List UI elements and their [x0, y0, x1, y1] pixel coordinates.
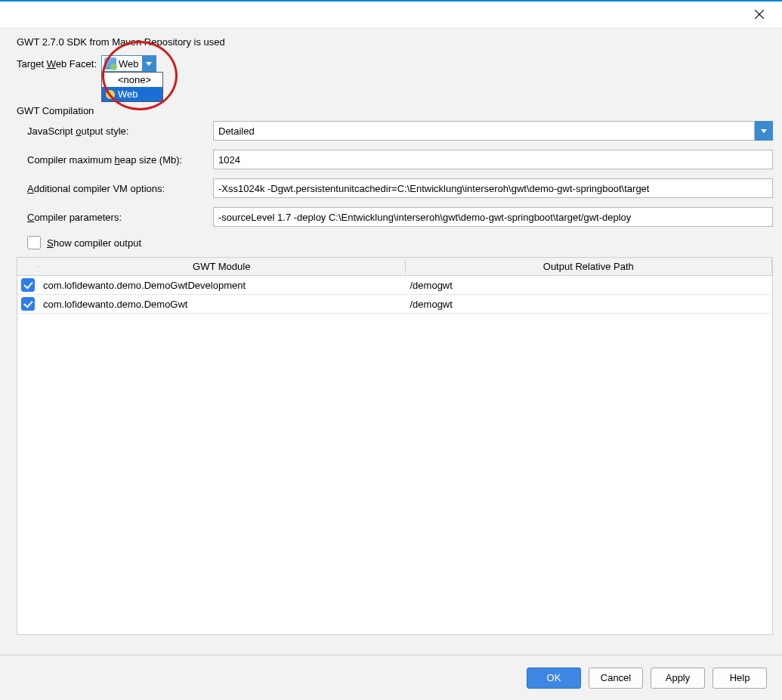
show-compiler-output-label: Show compiler output	[47, 237, 141, 249]
table-row[interactable]: com.lofidewanto.demo.DemoGwt /demogwt	[17, 295, 772, 314]
row-path: /demogwt	[406, 299, 773, 310]
show-compiler-output-row: Show compiler output	[17, 231, 773, 257]
compiler-params-input[interactable]	[213, 207, 773, 227]
target-facet-value: Web	[119, 58, 142, 70]
table-header-check	[17, 265, 39, 268]
svg-marker-2	[146, 62, 152, 66]
js-output-style-label: JavaScript output style:	[17, 125, 213, 137]
close-button[interactable]	[744, 3, 774, 26]
titlebar	[0, 2, 782, 27]
button-bar: OK Cancel Apply Help	[0, 655, 782, 700]
target-facet-dropdown: <none> Web	[101, 72, 163, 102]
dropdown-option-web[interactable]: Web	[102, 87, 162, 101]
row-checkbox[interactable]	[21, 297, 35, 311]
cancel-button[interactable]: Cancel	[589, 667, 643, 689]
close-icon	[755, 10, 764, 19]
svg-marker-3	[761, 129, 767, 133]
gwt-compilation-heading: GWT Compilation	[17, 105, 773, 116]
help-button[interactable]: Help	[712, 667, 767, 689]
js-output-style-value: Detailed	[213, 121, 755, 141]
gwt-settings-dialog: GWT 2.7.0 SDK from Maven Repository is u…	[0, 0, 782, 700]
web-facet-icon	[104, 57, 116, 70]
js-output-style-row: JavaScript output style: Detailed	[17, 116, 773, 145]
row-path: /demogwt	[406, 280, 773, 291]
target-facet-row: Target Web Facet: Web <none> Web	[17, 55, 773, 72]
table-row[interactable]: com.lofidewanto.demo.DemoGwtDevelopment …	[17, 276, 772, 295]
modules-table: GWT Module Output Relative Path com.lofi…	[17, 257, 773, 635]
heap-size-label: Compiler maximum heap size (Mb):	[17, 154, 213, 166]
content-area: GWT 2.7.0 SDK from Maven Repository is u…	[0, 27, 782, 635]
vm-options-input[interactable]	[213, 178, 773, 198]
chevron-down-icon[interactable]	[755, 121, 773, 141]
table-header-module: GWT Module	[39, 259, 406, 274]
ok-button[interactable]: OK	[527, 667, 581, 689]
target-facet-combo[interactable]: Web	[101, 55, 156, 72]
table-header-path: Output Relative Path	[406, 259, 773, 274]
target-facet-label: Target Web Facet:	[17, 58, 97, 70]
row-checkbox[interactable]	[21, 278, 35, 292]
sdk-info-text: GWT 2.7.0 SDK from Maven Repository is u…	[17, 36, 773, 48]
dropdown-option-none[interactable]: <none>	[102, 73, 162, 87]
vm-options-row: Additional compiler VM options:	[17, 174, 773, 203]
heap-size-row: Compiler maximum heap size (Mb):	[17, 145, 773, 174]
compiler-params-row: Compiler parameters:	[17, 203, 773, 231]
table-header: GWT Module Output Relative Path	[17, 258, 772, 276]
web-option-icon	[106, 90, 115, 99]
row-module: com.lofidewanto.demo.DemoGwt	[39, 299, 406, 310]
js-output-style-select[interactable]: Detailed	[213, 121, 773, 141]
apply-button[interactable]: Apply	[651, 667, 705, 689]
compiler-params-label: Compiler parameters:	[17, 212, 213, 223]
row-module: com.lofidewanto.demo.DemoGwtDevelopment	[39, 280, 406, 291]
vm-options-label: Additional compiler VM options:	[17, 183, 213, 194]
show-compiler-output-checkbox[interactable]	[27, 236, 41, 249]
heap-size-input[interactable]	[213, 150, 773, 169]
chevron-down-icon	[142, 56, 156, 71]
